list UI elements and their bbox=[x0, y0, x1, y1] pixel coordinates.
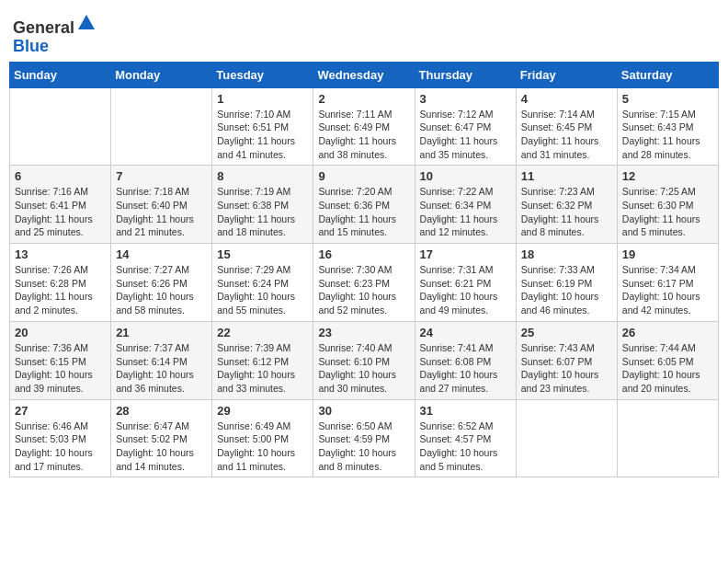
calendar-day-cell: 18Sunrise: 7:33 AM Sunset: 6:19 PM Dayli… bbox=[516, 244, 617, 322]
day-number: 25 bbox=[521, 326, 612, 339]
day-number: 2 bbox=[318, 92, 409, 106]
calendar-day-cell: 20Sunrise: 7:36 AM Sunset: 6:15 PM Dayli… bbox=[10, 321, 111, 399]
weekday-header-saturday: Saturday bbox=[617, 62, 718, 87]
calendar-day-cell: 13Sunrise: 7:26 AM Sunset: 6:28 PM Dayli… bbox=[10, 244, 111, 322]
day-number: 1 bbox=[217, 92, 308, 106]
calendar-day-cell: 15Sunrise: 7:29 AM Sunset: 6:24 PM Dayli… bbox=[212, 244, 313, 322]
day-detail: Sunrise: 7:26 AM Sunset: 6:28 PM Dayligh… bbox=[15, 263, 106, 317]
day-detail: Sunrise: 7:44 AM Sunset: 6:05 PM Dayligh… bbox=[622, 341, 713, 396]
calendar-day-cell bbox=[111, 87, 212, 166]
day-number: 19 bbox=[622, 247, 713, 261]
calendar-header-row: SundayMondayTuesdayWednesdayThursdayFrid… bbox=[10, 62, 719, 87]
day-detail: Sunrise: 7:23 AM Sunset: 6:32 PM Dayligh… bbox=[521, 185, 612, 239]
calendar-day-cell: 24Sunrise: 7:41 AM Sunset: 6:08 PM Dayli… bbox=[415, 321, 516, 399]
day-number: 11 bbox=[521, 169, 612, 183]
day-number: 20 bbox=[15, 326, 106, 339]
day-detail: Sunrise: 7:39 AM Sunset: 6:12 PM Dayligh… bbox=[217, 341, 308, 396]
calendar-day-cell: 19Sunrise: 7:34 AM Sunset: 6:17 PM Dayli… bbox=[617, 244, 718, 322]
calendar-day-cell bbox=[617, 399, 718, 477]
day-detail: Sunrise: 6:49 AM Sunset: 5:00 PM Dayligh… bbox=[217, 419, 308, 474]
day-detail: Sunrise: 7:16 AM Sunset: 6:41 PM Dayligh… bbox=[15, 185, 106, 239]
calendar-day-cell: 9Sunrise: 7:20 AM Sunset: 6:36 PM Daylig… bbox=[313, 166, 415, 244]
day-detail: Sunrise: 7:22 AM Sunset: 6:34 PM Dayligh… bbox=[420, 185, 511, 239]
day-detail: Sunrise: 7:12 AM Sunset: 6:47 PM Dayligh… bbox=[420, 108, 511, 162]
weekday-header-monday: Monday bbox=[111, 62, 212, 87]
calendar-day-cell: 28Sunrise: 6:47 AM Sunset: 5:02 PM Dayli… bbox=[111, 399, 212, 477]
day-number: 13 bbox=[15, 247, 106, 261]
day-number: 4 bbox=[521, 92, 612, 106]
day-number: 27 bbox=[15, 404, 106, 418]
day-detail: Sunrise: 7:41 AM Sunset: 6:08 PM Dayligh… bbox=[420, 341, 511, 396]
day-detail: Sunrise: 7:37 AM Sunset: 6:14 PM Dayligh… bbox=[116, 341, 207, 396]
calendar-day-cell bbox=[10, 87, 111, 166]
day-number: 3 bbox=[420, 92, 511, 106]
day-detail: Sunrise: 6:50 AM Sunset: 4:59 PM Dayligh… bbox=[318, 419, 409, 474]
calendar-day-cell: 17Sunrise: 7:31 AM Sunset: 6:21 PM Dayli… bbox=[415, 244, 516, 322]
day-number: 18 bbox=[521, 247, 612, 261]
day-number: 15 bbox=[217, 247, 308, 261]
day-number: 5 bbox=[622, 92, 713, 106]
calendar-week-row: 6Sunrise: 7:16 AM Sunset: 6:41 PM Daylig… bbox=[10, 166, 719, 244]
day-detail: Sunrise: 7:36 AM Sunset: 6:15 PM Dayligh… bbox=[15, 341, 106, 396]
day-number: 12 bbox=[622, 169, 713, 183]
day-number: 29 bbox=[217, 404, 308, 418]
page-header: General Blue bbox=[9, 9, 719, 56]
day-detail: Sunrise: 7:29 AM Sunset: 6:24 PM Dayligh… bbox=[217, 263, 308, 317]
svg-marker-0 bbox=[78, 15, 95, 29]
calendar-day-cell: 22Sunrise: 7:39 AM Sunset: 6:12 PM Dayli… bbox=[212, 321, 313, 399]
day-detail: Sunrise: 7:30 AM Sunset: 6:23 PM Dayligh… bbox=[318, 263, 409, 317]
logo-general-text: General bbox=[13, 18, 74, 37]
day-detail: Sunrise: 7:11 AM Sunset: 6:49 PM Dayligh… bbox=[318, 108, 409, 162]
day-detail: Sunrise: 7:14 AM Sunset: 6:45 PM Dayligh… bbox=[521, 108, 612, 162]
calendar-week-row: 27Sunrise: 6:46 AM Sunset: 5:03 PM Dayli… bbox=[10, 399, 719, 477]
calendar-day-cell bbox=[516, 399, 617, 477]
day-detail: Sunrise: 7:19 AM Sunset: 6:38 PM Dayligh… bbox=[217, 185, 308, 239]
weekday-header-thursday: Thursday bbox=[415, 62, 516, 87]
calendar-table: SundayMondayTuesdayWednesdayThursdayFrid… bbox=[9, 62, 719, 478]
calendar-day-cell: 26Sunrise: 7:44 AM Sunset: 6:05 PM Dayli… bbox=[617, 321, 718, 399]
day-detail: Sunrise: 7:33 AM Sunset: 6:19 PM Dayligh… bbox=[521, 263, 612, 317]
day-detail: Sunrise: 6:46 AM Sunset: 5:03 PM Dayligh… bbox=[15, 419, 106, 474]
day-number: 26 bbox=[622, 326, 713, 339]
calendar-day-cell: 25Sunrise: 7:43 AM Sunset: 6:07 PM Dayli… bbox=[516, 321, 617, 399]
day-detail: Sunrise: 7:43 AM Sunset: 6:07 PM Dayligh… bbox=[521, 341, 612, 396]
day-detail: Sunrise: 7:31 AM Sunset: 6:21 PM Dayligh… bbox=[420, 263, 511, 317]
calendar-day-cell: 29Sunrise: 6:49 AM Sunset: 5:00 PM Dayli… bbox=[212, 399, 313, 477]
calendar-day-cell: 2Sunrise: 7:11 AM Sunset: 6:49 PM Daylig… bbox=[313, 87, 415, 166]
calendar-day-cell: 23Sunrise: 7:40 AM Sunset: 6:10 PM Dayli… bbox=[313, 321, 415, 399]
calendar-week-row: 13Sunrise: 7:26 AM Sunset: 6:28 PM Dayli… bbox=[10, 244, 719, 322]
calendar-day-cell: 5Sunrise: 7:15 AM Sunset: 6:43 PM Daylig… bbox=[617, 87, 718, 166]
weekday-header-friday: Friday bbox=[516, 62, 617, 87]
weekday-header-wednesday: Wednesday bbox=[313, 62, 415, 87]
calendar-week-row: 1Sunrise: 7:10 AM Sunset: 6:51 PM Daylig… bbox=[10, 87, 719, 166]
day-number: 24 bbox=[420, 326, 511, 339]
day-detail: Sunrise: 7:18 AM Sunset: 6:40 PM Dayligh… bbox=[116, 185, 207, 239]
day-detail: Sunrise: 7:27 AM Sunset: 6:26 PM Dayligh… bbox=[116, 263, 207, 317]
day-number: 10 bbox=[420, 169, 511, 183]
day-number: 9 bbox=[318, 169, 409, 183]
calendar-day-cell: 6Sunrise: 7:16 AM Sunset: 6:41 PM Daylig… bbox=[10, 166, 111, 244]
calendar-day-cell: 12Sunrise: 7:25 AM Sunset: 6:30 PM Dayli… bbox=[617, 166, 718, 244]
day-detail: Sunrise: 6:47 AM Sunset: 5:02 PM Dayligh… bbox=[116, 419, 207, 474]
day-detail: Sunrise: 7:25 AM Sunset: 6:30 PM Dayligh… bbox=[622, 185, 713, 239]
weekday-header-tuesday: Tuesday bbox=[212, 62, 313, 87]
day-number: 17 bbox=[420, 247, 511, 261]
day-number: 31 bbox=[420, 404, 511, 418]
day-detail: Sunrise: 7:20 AM Sunset: 6:36 PM Dayligh… bbox=[318, 185, 409, 239]
day-detail: Sunrise: 7:15 AM Sunset: 6:43 PM Dayligh… bbox=[622, 108, 713, 162]
logo-icon bbox=[76, 13, 97, 33]
calendar-day-cell: 8Sunrise: 7:19 AM Sunset: 6:38 PM Daylig… bbox=[212, 166, 313, 244]
day-number: 23 bbox=[318, 326, 409, 339]
day-detail: Sunrise: 6:52 AM Sunset: 4:57 PM Dayligh… bbox=[420, 419, 511, 474]
calendar-day-cell: 16Sunrise: 7:30 AM Sunset: 6:23 PM Dayli… bbox=[313, 244, 415, 322]
day-number: 22 bbox=[217, 326, 308, 339]
calendar-day-cell: 4Sunrise: 7:14 AM Sunset: 6:45 PM Daylig… bbox=[516, 87, 617, 166]
logo-blue-text: Blue bbox=[13, 37, 49, 55]
day-number: 21 bbox=[116, 326, 207, 339]
calendar-day-cell: 31Sunrise: 6:52 AM Sunset: 4:57 PM Dayli… bbox=[415, 399, 516, 477]
day-number: 16 bbox=[318, 247, 409, 261]
calendar-week-row: 20Sunrise: 7:36 AM Sunset: 6:15 PM Dayli… bbox=[10, 321, 719, 399]
weekday-header-sunday: Sunday bbox=[10, 62, 111, 87]
day-number: 6 bbox=[15, 169, 106, 183]
day-detail: Sunrise: 7:34 AM Sunset: 6:17 PM Dayligh… bbox=[622, 263, 713, 317]
